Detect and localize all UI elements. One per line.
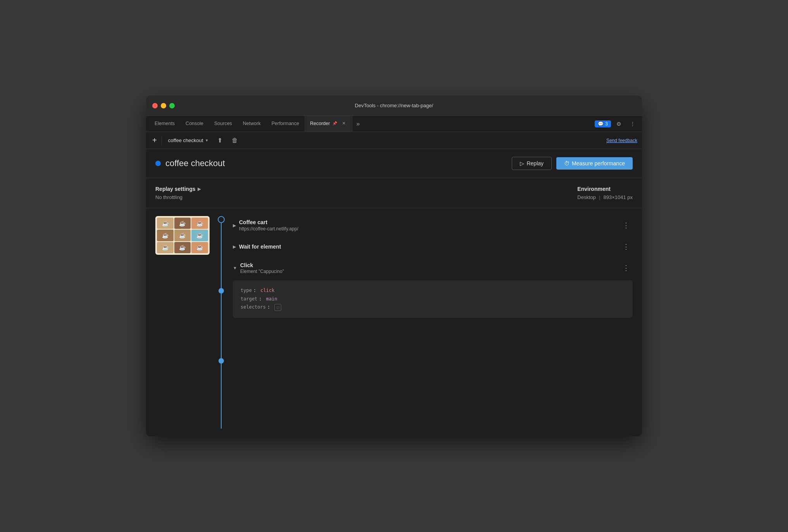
recording-selector-dropdown[interactable]: coffee checkout ▾ [165, 136, 211, 145]
tabs-bar: Elements Console Sources Network Perform… [146, 116, 642, 132]
coffee-item-7: ☕ [157, 242, 174, 253]
replay-settings-toggle[interactable]: Replay settings ▶ [155, 186, 201, 192]
tab-elements[interactable]: Elements [149, 116, 180, 132]
recording-name-label: coffee checkout [168, 137, 203, 143]
title-bar: DevTools - chrome://new-tab-page/ [146, 96, 642, 116]
step-more-button-3[interactable]: ⋮ [619, 262, 633, 274]
coffee-item-1: ☕ [157, 218, 174, 229]
measure-icon: ⏱ [564, 160, 569, 166]
step-wait-name: Wait for element [239, 244, 281, 250]
tab-close-button[interactable]: ✕ [341, 120, 347, 127]
chat-count: 3 [605, 121, 608, 127]
replay-settings-left: Replay settings ▶ No throttling [155, 186, 201, 200]
environment-value: Desktop | 893×1041 px [577, 194, 633, 200]
pin-icon: 📌 [332, 121, 337, 125]
coffee-item-8: ☕ [174, 242, 191, 253]
main-content: coffee checkout ▷ Replay ⏱ Measure perfo… [146, 149, 642, 436]
resolution-value: 893×1041 px [603, 194, 633, 200]
steps-list: ▶ Coffee cart https://coffee-cart.netlif… [233, 216, 633, 429]
chat-badge-button[interactable]: 💬 3 [595, 120, 611, 127]
window-title: DevTools - chrome://new-tab-page/ [355, 103, 433, 108]
step-click-name: Click [240, 262, 253, 268]
step-coffee-cart-left: ▶ Coffee cart https://coffee-cart.netlif… [233, 219, 619, 232]
maximize-button[interactable] [169, 103, 175, 108]
environment-settings-right: Environment Desktop | 893×1041 px [577, 186, 633, 200]
recording-header: coffee checkout ▷ Replay ⏱ Measure perfo… [146, 149, 642, 178]
header-actions: ▷ Replay ⏱ Measure performance [512, 157, 633, 170]
timeline-dot-1 [218, 216, 225, 223]
code-target-key: target [241, 295, 257, 304]
step-coffee-cart-header: ▶ Coffee cart https://coffee-cart.netlif… [233, 216, 633, 235]
tabs-right-actions: 💬 3 ⚙ ⋮ [595, 116, 642, 132]
step-coffee-cart: ▶ Coffee cart https://coffee-cart.netlif… [233, 216, 633, 238]
code-line-type: type : click [241, 287, 625, 295]
coffee-item-5: ☕ [174, 230, 191, 241]
tab-performance[interactable]: Performance [266, 116, 305, 132]
step-coffee-cart-info: Coffee cart https://coffee-cart.netlify.… [239, 219, 298, 232]
code-target-value: main [266, 295, 277, 304]
step-expand-arrow-3[interactable]: ▼ [233, 266, 237, 270]
recording-thumbnail: ☕ ☕ ☕ ☕ ☕ ☕ ☕ ☕ ☕ [155, 216, 210, 255]
timeline-line-2 [221, 293, 222, 359]
export-icon: ⬆ [217, 137, 222, 144]
tab-sources[interactable]: Sources [209, 116, 237, 132]
measure-label: Measure performance [572, 160, 625, 166]
tab-console[interactable]: Console [180, 116, 209, 132]
code-line-selectors: selectors : ⬚ [241, 303, 625, 312]
coffee-item-9: ☕ [191, 242, 208, 253]
step-coffee-cart-url: https://coffee-cart.netlify.app/ [239, 226, 298, 232]
step-more-button-1[interactable]: ⋮ [619, 220, 633, 231]
step-expand-arrow-2[interactable]: ▶ [233, 244, 236, 249]
timeline-dot-3 [219, 358, 224, 364]
replay-button[interactable]: ▷ Replay [512, 157, 552, 170]
step-click: ▼ Click Element "Cappucino" ⋮ [233, 259, 633, 321]
step-wait-left: ▶ Wait for element [233, 244, 619, 250]
recording-title-area: coffee checkout [155, 158, 225, 168]
delete-button[interactable]: 🗑 [229, 136, 241, 146]
timeline-line-3 [221, 364, 222, 429]
thumbnail-column: ☕ ☕ ☕ ☕ ☕ ☕ ☕ ☕ ☕ [155, 216, 210, 429]
replay-label: Replay [526, 160, 544, 166]
dropdown-arrow-icon: ▾ [206, 138, 208, 143]
measure-performance-button[interactable]: ⏱ Measure performance [556, 157, 633, 170]
more-tabs-button[interactable]: » [353, 116, 364, 132]
replay-settings-label: Replay settings [155, 186, 195, 192]
more-vert-icon: ⋮ [630, 121, 635, 127]
selectors-cursor-icon: ⬚ [277, 304, 279, 311]
gear-icon: ⚙ [616, 121, 621, 127]
devtools-window: DevTools - chrome://new-tab-page/ Elemen… [146, 96, 642, 436]
add-recording-button[interactable]: + [151, 134, 158, 146]
replay-arrow-icon: ▷ [520, 160, 524, 166]
step-coffee-cart-name: Coffee cart [239, 219, 298, 225]
toolbar-divider [162, 136, 162, 145]
tab-network[interactable]: Network [237, 116, 266, 132]
code-type-value: click [260, 287, 274, 295]
more-options-button[interactable]: ⋮ [626, 118, 639, 130]
code-selectors-key: selectors [241, 303, 266, 312]
recording-status-dot [155, 161, 161, 166]
step-click-sub: Element "Cappucino" [240, 269, 284, 274]
settings-section: Replay settings ▶ No throttling Environm… [146, 178, 642, 208]
step-wait-element: ▶ Wait for element ⋮ [233, 238, 633, 259]
chat-icon: 💬 [598, 121, 604, 127]
step-wait-element-header: ▶ Wait for element ⋮ [233, 238, 633, 256]
step-click-info: Click Element "Cappucino" [240, 262, 284, 274]
step-more-button-2[interactable]: ⋮ [619, 241, 633, 252]
close-button[interactable] [152, 103, 158, 108]
toolbar: + coffee checkout ▾ ⬆ 🗑 Send feedback [146, 132, 642, 149]
step-expand-arrow-1[interactable]: ▶ [233, 223, 236, 228]
step-click-header: ▼ Click Element "Cappucino" ⋮ [233, 259, 633, 277]
coffee-item-6: ☕ [191, 230, 208, 241]
send-feedback-link[interactable]: Send feedback [606, 138, 637, 143]
env-divider: | [599, 194, 600, 200]
tab-recorder[interactable]: Recorder 📌 ✕ [305, 116, 352, 132]
vertical-timeline [217, 216, 225, 429]
settings-button[interactable]: ⚙ [613, 118, 625, 130]
minimize-button[interactable] [161, 103, 166, 108]
trash-icon: 🗑 [232, 137, 238, 144]
coffee-item-2: ☕ [174, 218, 191, 229]
export-button[interactable]: ⬆ [214, 135, 225, 146]
settings-arrow-icon: ▶ [198, 187, 201, 192]
selectors-icon-button[interactable]: ⬚ [274, 304, 281, 311]
coffee-item-4: ☕ [157, 230, 174, 241]
